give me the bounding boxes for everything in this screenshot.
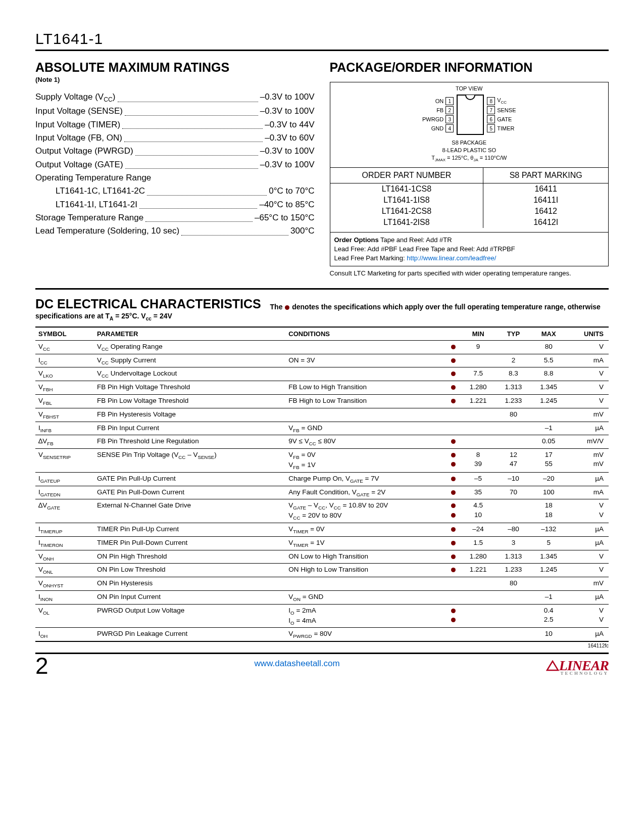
dc-th: MIN <box>461 327 496 341</box>
chip-outline-icon <box>457 95 484 135</box>
page-number: 2 <box>35 654 48 677</box>
rating-row: Output Voltage (GATE)–0.3V to 100V <box>35 158 315 171</box>
rating-row: Input Voltage (FB, ON)–0.3V to 60V <box>35 131 315 145</box>
dc-header: DC ELECTRICAL CHARACTERISTICS The denote… <box>35 297 609 321</box>
dc-characteristics-table: SYMBOLPARAMETERCONDITIONSMINTYPMAXUNITS … <box>35 327 609 642</box>
order-row: LT1641-1CS816411 <box>330 183 609 195</box>
dc-row: ICCVCC Supply CurrentON = 3V25.5mA <box>35 354 609 367</box>
rating-row: Operating Temperature Range <box>35 171 315 184</box>
pin-row: GND4 <box>431 124 454 132</box>
dc-row: VFBLFB Pin Low Voltage ThresholdFB High … <box>35 395 609 408</box>
pin-row: 6GATE <box>487 115 512 123</box>
amr-note: (Note 1) <box>35 76 315 83</box>
dc-row: ∆VFBFB Pin Threshold Line Regulation9V ≤… <box>35 435 609 449</box>
rating-row: Storage Temperature Range–65°C to 150°C <box>35 211 315 224</box>
pin-row: FB2 <box>436 106 454 114</box>
dc-row: IINONON Pin Input CurrentVON = GND–1µA <box>35 590 609 604</box>
pkg-title: PACKAGE/ORDER INFORMATION <box>330 60 609 75</box>
amr-title: ABSOLUTE MAXIMUM RATINGS <box>35 60 315 75</box>
order-header-part: ORDER PART NUMBER <box>330 167 483 183</box>
dc-row: VSENSETRIPSENSE Pin Trip Voltage (VCC – … <box>35 449 609 473</box>
dc-th: MAX <box>531 327 566 341</box>
dc-th: CONDITIONS <box>285 327 446 341</box>
dc-row: VLKOVCC Undervoltage Lockout7.58.38.8V <box>35 367 609 381</box>
dc-row: IINFBFB Pin Input CurrentVFB = GND–1µA <box>35 422 609 435</box>
dc-row: VONLON Pin Low ThresholdON High to Low T… <box>35 564 609 577</box>
pin-row: 8VCC <box>487 97 507 105</box>
dc-row: ITIMERUPTIMER Pin Pull-Up CurrentVTIMER … <box>35 523 609 536</box>
rating-row: Lead Temperature (Soldering, 10 sec)300°… <box>35 224 315 238</box>
dc-th: UNITS <box>566 327 609 341</box>
footer-link[interactable]: www.datasheetall.com <box>255 659 340 673</box>
dc-row: VONHYSTON Pin Hysteresis80mV <box>35 577 609 591</box>
package-box: TOP VIEW ON1FB2PWRGD3GND4 8VCC7SENSE6GAT… <box>330 82 609 266</box>
section-divider <box>35 288 609 290</box>
pin-row: ON1 <box>435 97 454 105</box>
dc-th: SYMBOL <box>35 327 94 341</box>
spec-dot-icon <box>285 305 289 310</box>
part-number-header: LT1641-1 <box>35 30 609 51</box>
order-table: ORDER PART NUMBER S8 PART MARKING LT1641… <box>330 167 609 232</box>
rating-row: Output Voltage (PWRGD)–0.3V to 100V <box>35 145 315 158</box>
package-caption: S8 PACKAGE 8-LEAD PLASTIC SO TJMAX = 125… <box>330 138 609 167</box>
package-diagram: ON1FB2PWRGD3GND4 8VCC7SENSE6GATE5TIMER <box>330 92 609 138</box>
dc-row: VOLPWRGD Output Low VoltageIO = 2mAIO = … <box>35 604 609 628</box>
dc-row: VFBHSTFB Pin Hysteresis Voltage80mV <box>35 408 609 422</box>
leadfree-link[interactable]: http://www.linear.com/leadfree/ <box>407 254 496 262</box>
rating-row: Input Voltage (SENSE)–0.3V to 100V <box>35 105 315 118</box>
rating-row: LT1641-1C, LT1641-2C0°C to 70°C <box>35 184 315 198</box>
ratings-list: Supply Voltage (VCC)–0.3V to 100VInput V… <box>35 90 315 238</box>
dc-row: IGATEDNGATE Pin Pull-Down CurrentAny Fau… <box>35 486 609 499</box>
order-row: LT1641-2CS816412 <box>330 206 609 217</box>
doc-code: 164112fc <box>35 643 609 648</box>
pin-row: 5TIMER <box>487 124 514 132</box>
dc-row: ITIMERONTIMER Pin Pull-Down CurrentVTIME… <box>35 536 609 550</box>
dc-row: VONHON Pin High ThresholdON Low to High … <box>35 550 609 564</box>
dc-th: PARAMETER <box>94 327 285 341</box>
dc-th: TYP <box>496 327 531 341</box>
dc-th <box>447 327 461 341</box>
dc-row: VFBHFB Pin High Voltage ThresholdFB Low … <box>35 381 609 395</box>
order-row: LT1641-1IS816411I <box>330 195 609 206</box>
dc-row: ∆VGATEExternal N-Channel Gate DriveVGATE… <box>35 499 609 523</box>
pin-row: PWRGD3 <box>422 115 454 123</box>
rating-row: Input Voltage (TIMER)–0.3V to 44V <box>35 118 315 131</box>
rating-row: LT1641-1I, LT1641-2I–40°C to 85°C <box>35 198 315 211</box>
linear-logo: LINEAR TECHNOLOGY <box>546 660 609 677</box>
order-header-mark: S8 PART MARKING <box>483 167 608 183</box>
dc-row: IOHPWRGD Pin Leakage CurrentVPWRGD = 80V… <box>35 628 609 641</box>
pin-row: 7SENSE <box>487 106 516 114</box>
topview-label: TOP VIEW <box>330 82 609 92</box>
dc-row: VCCVCC Operating Range980V <box>35 340 609 354</box>
dc-row: IGATEUPGATE Pin Pull-Up CurrentCharge Pu… <box>35 472 609 486</box>
order-options: Order Options Tape and Reel: Add #TR Lea… <box>330 232 609 266</box>
order-row: LT1641-2IS816412I <box>330 217 609 228</box>
consult-note: Consult LTC Marketing for parts specifie… <box>330 269 609 278</box>
rating-row: Supply Voltage (VCC)–0.3V to 100V <box>35 90 315 105</box>
